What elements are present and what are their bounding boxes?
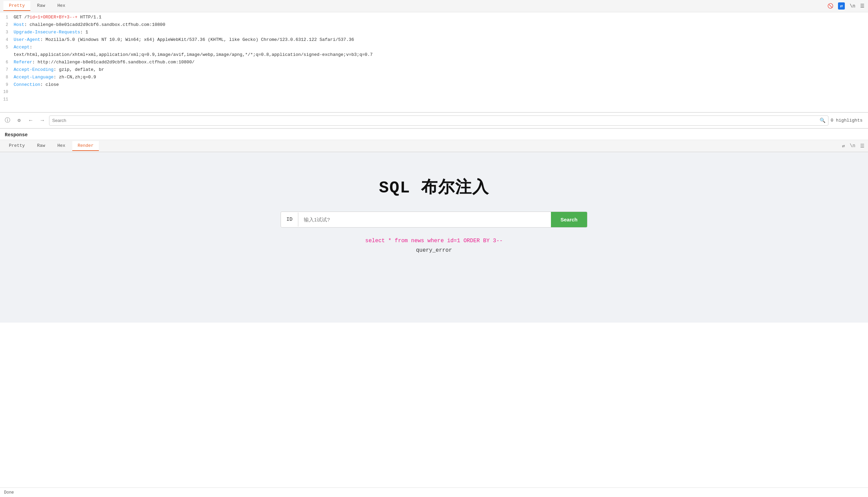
line-num-2: 2: [0, 23, 14, 27]
code-line-11: 10: [0, 89, 868, 97]
response-newline-icon[interactable]: \n: [850, 143, 855, 148]
line-num-1: 1: [0, 15, 14, 20]
prev-match-icon[interactable]: ←: [26, 116, 36, 125]
line-8-content: Accept-Encoding: gzip, deflate, br: [14, 67, 868, 72]
response-label: Response: [0, 129, 868, 140]
line-num-4: 4: [0, 38, 14, 42]
request-code-area: 1 GET /?id=1+ORDER+BY+3--+ HTTP/1.1 2 Ho…: [0, 12, 868, 112]
tab-render-response[interactable]: Render: [72, 141, 99, 151]
render-search-form: ID Search: [280, 212, 588, 228]
line-num-9: 8: [0, 75, 14, 80]
settings-icon[interactable]: ⚙: [14, 116, 24, 125]
response-tab-bar: Pretty Raw Hex Render ⇄ \n ☰: [0, 140, 868, 152]
code-line-12: 11: [0, 97, 868, 104]
line-10-content: Connection: close: [14, 82, 868, 87]
tab-pretty-request[interactable]: Pretty: [3, 1, 30, 11]
code-line-5: 5 Accept:: [0, 44, 868, 52]
line-num-10: 9: [0, 83, 14, 87]
tab-raw-response[interactable]: Raw: [32, 141, 51, 151]
code-line-2: 2 Host: challenge-b8e01cadd2d9cbf6.sandb…: [0, 22, 868, 29]
line-2-content: Host: challenge-b8e01cadd2d9cbf6.sandbox…: [14, 22, 868, 27]
line-6-content: text/html,application/xhtml+xml,applicat…: [14, 52, 868, 57]
line-num-5: 5: [0, 45, 14, 50]
word-wrap-icon[interactable]: ⇄: [838, 2, 845, 10]
line-num-11: 10: [0, 89, 14, 94]
search-icon: 🔍: [819, 117, 825, 123]
code-line-9: 8 Accept-Language: zh-CN,zh;q=0.9: [0, 74, 868, 82]
response-word-wrap-icon[interactable]: ⇄: [842, 143, 845, 149]
status-bar: Done: [0, 487, 868, 497]
tab-hex-response[interactable]: Hex: [52, 141, 71, 151]
code-line-1: 1 GET /?id=1+ORDER+BY+3--+ HTTP/1.1: [0, 14, 868, 22]
code-line-6: text/html,application/xhtml+xml,applicat…: [0, 52, 868, 59]
code-line-4: 4 User-Agent: Mozilla/5.0 (Windows NT 10…: [0, 37, 868, 44]
render-search-input[interactable]: [298, 213, 551, 227]
sql-query-text: select * from news where id=1 ORDER BY 3…: [365, 238, 502, 244]
tab-pretty-response[interactable]: Pretty: [3, 141, 30, 151]
help-icon[interactable]: ⓘ: [3, 116, 12, 125]
line-num-7: 6: [0, 60, 14, 65]
line-1-part-1: GET /?id=1+ORDER+BY+3--+ HTTP/1.1: [14, 15, 868, 20]
menu-icon[interactable]: ☰: [860, 3, 865, 9]
render-area: SQL 布尔注入 ID Search select * from news wh…: [44, 156, 824, 319]
code-line-3: 3 Upgrade-Insecure-Requests: 1: [0, 29, 868, 37]
line-num-12: 11: [0, 97, 14, 102]
tab-raw-request[interactable]: Raw: [32, 1, 51, 11]
line-4-content: User-Agent: Mozilla/5.0 (Windows NT 10.0…: [14, 37, 868, 42]
render-search-button[interactable]: Search: [551, 212, 587, 227]
response-panel: Response Pretty Raw Hex Render ⇄ \n ☰ SQ…: [0, 129, 868, 323]
query-error-text: query_error: [416, 247, 452, 253]
line-num-3: 3: [0, 30, 14, 35]
render-title: SQL 布尔注入: [379, 176, 489, 198]
search-input[interactable]: [52, 118, 819, 123]
request-tab-icons: 🚫 ⇄ \n ☰: [827, 2, 865, 10]
line-9-content: Accept-Language: zh-CN,zh;q=0.9: [14, 75, 868, 80]
eye-slash-icon[interactable]: 🚫: [827, 3, 833, 9]
line-5-content: Accept:: [14, 45, 868, 50]
status-text: Done: [4, 490, 14, 495]
code-line-7: 6 Referer: http://challenge-b8e01cadd2d9…: [0, 59, 868, 67]
line-num-8: 7: [0, 68, 14, 72]
response-tab-icons: ⇄ \n ☰: [842, 143, 865, 149]
line-3-content: Upgrade-Insecure-Requests: 1: [14, 30, 868, 35]
code-line-10: 9 Connection: close: [0, 82, 868, 89]
code-line-8: 7 Accept-Encoding: gzip, deflate, br: [0, 67, 868, 74]
newline-icon[interactable]: \n: [850, 3, 855, 9]
request-tab-bar: Pretty Raw Hex 🚫 ⇄ \n ☰: [0, 0, 868, 12]
search-bar: ⓘ ⚙ ← → 🔍 0 highlights: [0, 112, 868, 129]
line-7-content: Referer: http://challenge-b8e01cadd2d9cb…: [14, 60, 868, 65]
response-menu-icon[interactable]: ☰: [860, 143, 865, 149]
highlights-count: 0 highlights: [830, 118, 865, 123]
request-panel: Pretty Raw Hex 🚫 ⇄ \n ☰ 1 GET /?id=1+ORD…: [0, 0, 868, 112]
search-input-wrap: 🔍: [49, 115, 828, 126]
tab-hex-request[interactable]: Hex: [52, 1, 71, 11]
render-id-label: ID: [281, 213, 298, 227]
next-match-icon[interactable]: →: [38, 116, 47, 125]
line-1-highlight: id=1+ORDER+BY+3--+: [30, 15, 78, 20]
